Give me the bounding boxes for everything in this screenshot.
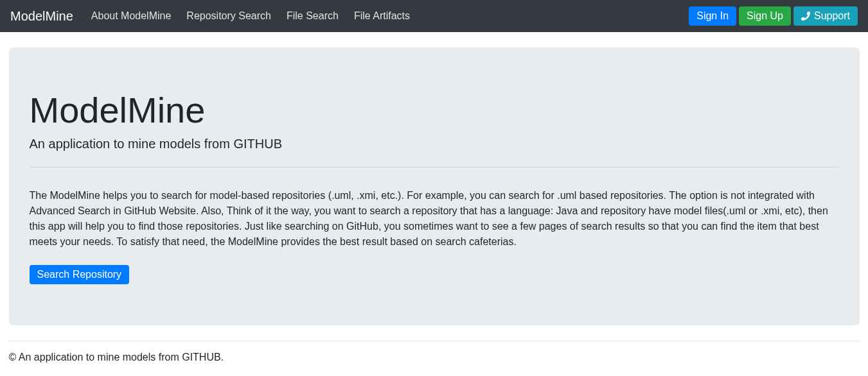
nav-link-repository-search[interactable]: Repository Search (179, 5, 279, 27)
navbar-right: Sign In Sign Up Support (689, 6, 858, 26)
support-button-label: Support (814, 10, 850, 22)
search-repository-button[interactable]: Search Repository (30, 265, 130, 284)
nav-link-file-artifacts[interactable]: File Artifacts (346, 5, 418, 27)
hero-subtitle: An application to mine models from GITHU… (30, 137, 839, 151)
nav-link-about[interactable]: About ModelMine (84, 5, 179, 27)
sign-up-button[interactable]: Sign Up (739, 6, 791, 26)
phone-icon (801, 12, 810, 21)
support-button[interactable]: Support (793, 6, 858, 26)
main-container: ModelMine An application to mine models … (4, 47, 865, 373)
footer-copyright: © An application to mine models from GIT… (9, 352, 860, 373)
hero-description: The ModelMine helps you to search for mo… (30, 188, 839, 250)
navbar-left: ModelMine About ModelMine Repository Sea… (10, 5, 418, 27)
hero-title: ModelMine (30, 89, 839, 132)
hero-section: ModelMine An application to mine models … (9, 47, 860, 325)
nav-link-file-search[interactable]: File Search (279, 5, 346, 27)
navbar-brand[interactable]: ModelMine (10, 9, 84, 24)
footer-divider (9, 341, 860, 341)
sign-in-button[interactable]: Sign In (689, 6, 736, 26)
hero-divider (30, 167, 839, 167)
navbar: ModelMine About ModelMine Repository Sea… (0, 0, 868, 32)
